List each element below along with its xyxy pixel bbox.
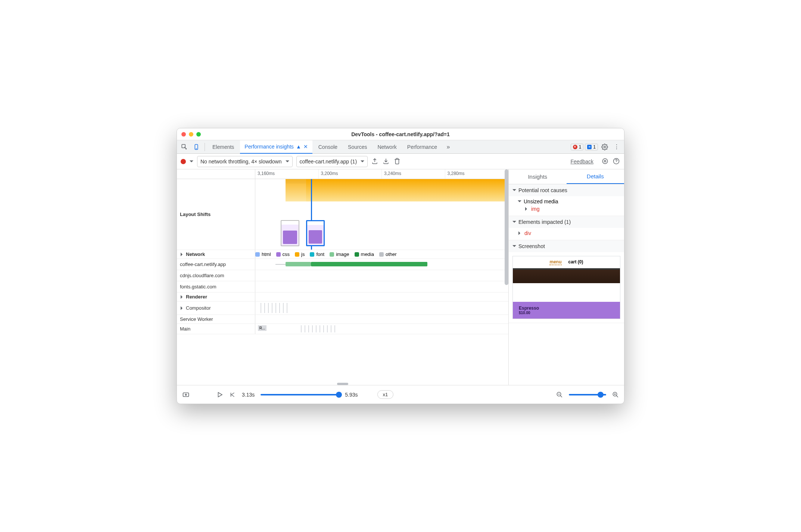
close-tab-icon[interactable]: ✕ xyxy=(303,144,308,150)
close-window[interactable] xyxy=(181,132,186,137)
help-icon[interactable] xyxy=(613,158,620,165)
tab-insights[interactable]: Insights xyxy=(509,169,567,184)
tab-performance[interactable]: Performance xyxy=(403,140,442,154)
zoom-in-icon[interactable] xyxy=(612,391,619,398)
section-header[interactable]: Elements impacted (1) xyxy=(509,216,624,228)
shot-image xyxy=(513,270,620,283)
gear-icon[interactable] xyxy=(602,158,609,165)
content: 3,160ms 3,200ms 3,240ms 3,280ms Layout S… xyxy=(177,169,624,385)
tab-elements[interactable]: Elements xyxy=(208,140,239,154)
section-header[interactable]: Potential root causes xyxy=(509,184,624,196)
insights-toolbar: No network throttling, 4× slowdown coffe… xyxy=(177,154,624,169)
track-label[interactable]: Compositor xyxy=(177,301,255,314)
svg-line-12 xyxy=(560,395,562,397)
main-marks xyxy=(301,325,335,332)
kebab-menu-icon[interactable]: ⋮ xyxy=(611,142,622,152)
slider-knob[interactable] xyxy=(336,392,342,398)
track-label: Layout Shifts xyxy=(177,179,255,250)
svg-point-8 xyxy=(185,394,186,395)
view-icon[interactable] xyxy=(182,391,190,398)
legend: html css js font image media other xyxy=(255,250,508,259)
delete-icon[interactable] xyxy=(394,158,401,165)
skip-back-icon[interactable] xyxy=(229,391,236,398)
element-tag[interactable]: div xyxy=(518,229,620,237)
import-icon[interactable] xyxy=(383,158,390,165)
network-host-row: fonts.gstatic.com xyxy=(177,281,508,292)
host-label: cdnjs.cloudflare.com xyxy=(177,270,255,281)
layout-shifts-track: Layout Shifts xyxy=(177,179,508,250)
vertical-scrollbar[interactable] xyxy=(505,169,508,285)
message-badge[interactable]: 1 xyxy=(585,144,598,150)
tab-console[interactable]: Console xyxy=(314,140,342,154)
track-label: Main xyxy=(177,324,255,334)
host-label: coffee-cart.netlify.app xyxy=(177,259,255,270)
pin-icon: ▲ xyxy=(296,144,301,150)
zoom-out-icon[interactable] xyxy=(556,391,563,398)
svg-rect-7 xyxy=(183,393,189,397)
net-bar[interactable] xyxy=(286,262,311,266)
track-body[interactable] xyxy=(255,179,508,250)
collapse-panel-icon[interactable]: › xyxy=(508,259,509,270)
main-block[interactable]: R... xyxy=(258,325,267,331)
shot-menu: menu xyxy=(549,259,561,265)
page-select[interactable]: coffee-cart.netlify.app (1) xyxy=(296,156,368,167)
compositor-row: Compositor xyxy=(177,301,508,315)
tab-label: Performance insights xyxy=(244,144,294,150)
svg-point-5 xyxy=(602,159,608,164)
section-root-causes: Potential root causes Unsized media img xyxy=(509,184,624,216)
settings-icon[interactable] xyxy=(599,142,610,152)
footer: 3.13s 5.93s x1 xyxy=(177,385,624,404)
device-toolbar-icon[interactable] xyxy=(191,142,202,152)
svg-point-3 xyxy=(604,146,606,148)
network-host-row: cdnjs.cloudflare.com xyxy=(177,270,508,281)
chevron-down-icon xyxy=(361,160,364,164)
export-icon[interactable] xyxy=(371,158,379,165)
svg-point-4 xyxy=(604,160,606,162)
zoom-slider[interactable] xyxy=(569,394,606,395)
unsized-media-item[interactable]: Unsized media xyxy=(518,198,620,205)
section-header[interactable]: Screenshot xyxy=(509,240,624,252)
section-elements-impacted: Elements impacted (1) div xyxy=(509,216,624,240)
track-label[interactable]: Renderer xyxy=(177,292,255,301)
slider-knob[interactable] xyxy=(598,392,604,398)
devtools-window: DevTools - coffee-cart.netlify.app/?ad=1… xyxy=(177,128,624,404)
traffic-lights xyxy=(181,132,201,137)
throttling-select[interactable]: No network throttling, 4× slowdown xyxy=(197,156,293,167)
horizontal-scrollbar[interactable] xyxy=(337,383,348,385)
speed-chip[interactable]: x1 xyxy=(377,390,394,399)
tab-details[interactable]: Details xyxy=(567,169,624,184)
minimize-window[interactable] xyxy=(189,132,193,137)
layout-shift-thumb-selected[interactable] xyxy=(306,220,325,246)
details-panel: › Insights Details Potential root causes… xyxy=(508,169,624,385)
shot-nav: menu cart (0) xyxy=(513,256,620,268)
tracks[interactable]: Layout Shifts Network html css xyxy=(177,179,508,385)
net-bar[interactable] xyxy=(311,262,427,266)
play-icon[interactable] xyxy=(216,391,223,398)
feedback-link[interactable]: Feedback xyxy=(571,159,593,165)
record-options-icon[interactable] xyxy=(190,160,193,164)
svg-marker-9 xyxy=(218,392,222,397)
host-label: fonts.gstatic.com xyxy=(177,281,255,292)
inspect-icon[interactable] xyxy=(179,142,190,152)
track-label[interactable]: Network xyxy=(177,250,255,259)
network-header-row: Network html css js font image media oth… xyxy=(177,250,508,259)
tab-sources[interactable]: Sources xyxy=(343,140,371,154)
time-end: 5.93s xyxy=(345,392,358,398)
error-badge[interactable]: 1 xyxy=(571,144,584,150)
maximize-window[interactable] xyxy=(196,132,201,137)
net-wait xyxy=(275,264,286,265)
time-start: 3.13s xyxy=(242,392,255,398)
tab-performance-insights[interactable]: Performance insights ▲ ✕ xyxy=(240,140,312,154)
screenshot-preview: menu cart (0) Espresso $10.00 xyxy=(512,256,620,319)
tab-network[interactable]: Network xyxy=(373,140,401,154)
side-tabs: Insights Details xyxy=(509,169,624,184)
long-task[interactable] xyxy=(306,179,508,201)
element-tag[interactable]: img xyxy=(518,205,620,213)
more-tabs-icon[interactable]: » xyxy=(443,142,454,152)
time-slider[interactable] xyxy=(261,394,339,395)
layout-shift-thumb[interactable] xyxy=(281,220,299,246)
record-button[interactable] xyxy=(181,159,186,164)
renderer-row: Renderer xyxy=(177,292,508,301)
shot-cart: cart (0) xyxy=(568,259,583,265)
timeline-area: 3,160ms 3,200ms 3,240ms 3,280ms Layout S… xyxy=(177,169,508,385)
